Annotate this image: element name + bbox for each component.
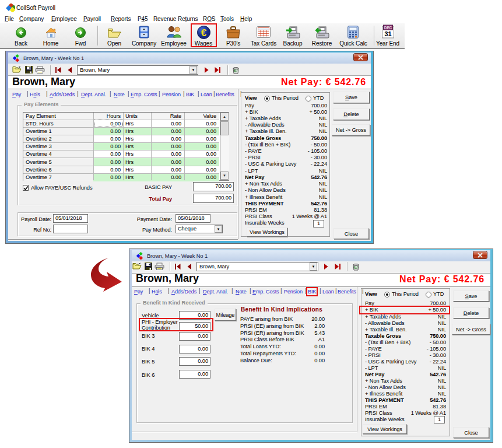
svg-text:31: 31 (384, 30, 391, 37)
svg-text:DEC: DEC (384, 26, 392, 30)
